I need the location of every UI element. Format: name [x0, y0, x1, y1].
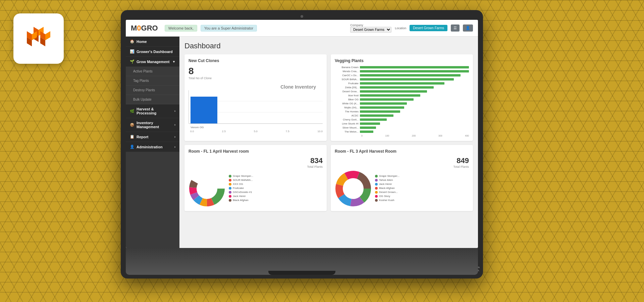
legend-label-3: Fruitcake: [233, 187, 244, 190]
hbar-label-10: Mojito (S4)...: [335, 106, 360, 109]
hbar-10: [360, 106, 404, 109]
sidebar-destroy-plants-label: Destroy Plants: [133, 88, 155, 92]
hbar-9: [360, 102, 407, 105]
sidebar-active-plants-label: Active Plants: [133, 69, 153, 73]
harvest-icon: 🌿: [130, 109, 135, 113]
room2-legend-label-1: Tahoe Alien: [379, 179, 393, 182]
chart-icon: 📊: [130, 49, 135, 54]
vegging-chart: Banana Cream Mendo Crea... CanOC x Do...: [335, 66, 469, 137]
sidebar-item-tag-plants[interactable]: Tag Plants: [126, 76, 179, 86]
clone-chart-wrapper: Clone Inventory: [189, 83, 323, 133]
sidebar-item-grow-management[interactable]: 🌱 Grow Management ▼: [126, 57, 179, 67]
room2-legend-label-4: Desert Grown...: [379, 191, 398, 194]
app-container: M0GRO Welcome back, You are a Super Admi…: [126, 20, 478, 248]
sidebar-item-destroy-plants[interactable]: Destroy Plants: [126, 86, 179, 95]
main-content: 🏠 Home 📊 Grower's Dashboard 🌱 Grow Manag…: [126, 37, 478, 248]
hbar-label-16: The Melon...: [335, 130, 360, 133]
x-axis-50: 5.0: [254, 130, 258, 133]
sidebar-item-active-plants[interactable]: Active Plants: [126, 67, 179, 76]
x-axis-0: 0.0: [190, 130, 194, 133]
hbar-label-9: White OG (K...: [335, 102, 360, 105]
room2-legend-item-4: Desert Grown...: [375, 191, 469, 194]
room2-legend-item-1: Tahoe Alien: [375, 179, 469, 182]
hbar-sour: SOUR BANA...: [335, 78, 469, 81]
x-axis: 0.0 2.5 5.0 7.5 10.0: [189, 130, 323, 133]
hbar-mojito: Mojito (S4)...: [335, 106, 469, 109]
sidebar-tag-plants-label: Tag Plants: [133, 79, 149, 83]
laptop-screen: M0GRO Welcome back, You are a Super Admi…: [126, 20, 478, 248]
hbar-label-12: ACDC: [335, 114, 360, 117]
sidebar-item-home[interactable]: 🏠 Home: [126, 37, 179, 47]
hbar-14: [360, 122, 380, 125]
legend-item-4: GSCxDosido #1: [229, 191, 323, 194]
hbar-0: [360, 66, 469, 68]
legend-dot-2: [229, 183, 231, 186]
clone-label: Total No of Clone: [189, 77, 323, 80]
hbar-label-7: blue frost: [335, 94, 360, 97]
clone-card-title: New Cut Clones: [189, 58, 323, 63]
location-button[interactable]: Desert Grown Farms: [410, 25, 447, 31]
clone-card: New Cut Clones 8 Total No of Clone Clone…: [184, 54, 327, 141]
company-dropdown[interactable]: Desert Grown Farms: [350, 27, 391, 33]
room2-card: Room - FL 3 April Harvest Room 849 Total…: [331, 145, 473, 211]
hbar-2: [360, 74, 461, 77]
hbar-label-2: CanOC x Do...: [335, 74, 360, 77]
sidebar-inventory-label: Inventory Management: [137, 121, 172, 129]
x-axis-100: 10.0: [317, 130, 323, 133]
legend-item-1: SOUR BANAN...: [229, 179, 323, 182]
home-icon: 🏠: [130, 39, 135, 44]
legend-item-6: Black Afghan: [229, 199, 323, 202]
sidebar-item-report[interactable]: 📋 Report ›: [126, 132, 179, 142]
hbar-7: [360, 94, 420, 97]
legend-label-0: Grape Stomper...: [233, 174, 253, 178]
sidebar-item-growers-dashboard[interactable]: 📊 Grower's Dashboard: [126, 47, 179, 57]
sidebar-item-bulk-update[interactable]: Bulk Update: [126, 95, 179, 104]
legend-item-3: Fruitcake: [229, 187, 323, 190]
hbar-x-100: 100: [385, 135, 389, 137]
bar-area: Venom OG: [189, 83, 323, 130]
sidebar-item-growers-label: Grower's Dashboard: [137, 50, 173, 54]
x-axis-75: 7.5: [286, 130, 289, 133]
room2-legend-dot-0: [375, 175, 378, 178]
legend-label-6: Black Afghan: [233, 199, 249, 202]
chevron-right-icon-report: ›: [174, 135, 175, 139]
sidebar-item-home-label: Home: [137, 40, 147, 44]
hbar-melon: The Melon...: [335, 130, 469, 133]
chevron-right-icon-harvest: ›: [174, 109, 175, 113]
sidebar-item-harvest[interactable]: 🌿 Harvest & Processing ›: [126, 104, 179, 118]
user-icon-button[interactable]: 👤: [463, 24, 473, 32]
room2-legend-label-0: Grape Stomper...: [379, 174, 399, 178]
svg-point-16: [197, 179, 217, 199]
menu-icon-button[interactable]: ☰: [451, 24, 460, 32]
legend-label-4: GSCxDosido #1: [233, 191, 252, 194]
sidebar-item-administration[interactable]: 👤 Administration ›: [126, 142, 179, 152]
hbar-3: [360, 78, 454, 81]
hbar-homies: The Homies: [335, 110, 469, 113]
hbar-label-1: Mendo Crea...: [335, 70, 360, 73]
sidebar-item-inventory[interactable]: 📦 Inventory Management ›: [126, 118, 179, 132]
hbar-16: [360, 131, 373, 133]
room2-legend-item-5: OG Story: [375, 195, 469, 198]
hbar-15: [360, 127, 376, 129]
room2-chart-area: Grape Stomper... Tahoe Alien Jack Herer: [335, 170, 469, 207]
hbar-label-13: Cherry Goril...: [335, 118, 360, 121]
hbar-acdc: ACDC: [335, 114, 469, 117]
welcome-message: Welcome back,: [165, 25, 197, 32]
hbar-x-axis: 0 100 200 300 400: [335, 135, 469, 137]
room2-total: 849: [335, 156, 469, 165]
room2-legend-dot-5: [375, 195, 378, 198]
legend-label-1: SOUR BANAN...: [233, 179, 253, 182]
room2-legend-item-3: Black Afghan: [375, 187, 469, 190]
legend-item-5: Jack Herer: [229, 195, 323, 198]
room2-legend-item-2: Jack Herer: [375, 183, 469, 186]
chevron-down-icon: ▼: [172, 60, 175, 63]
hbar-white: White OG (K...: [335, 102, 469, 105]
room2-legend-label-2: Jack Herer: [379, 183, 392, 186]
hbar-lime: Lime Skunk #4: [335, 122, 469, 125]
legend-item-2: XXX OG: [229, 183, 323, 186]
location-selector: Location: [395, 27, 406, 30]
hbar-label-15: Silver Mount...: [335, 126, 360, 129]
legend-dot-4: [229, 191, 231, 194]
company-selector[interactable]: Company Desert Grown Farms: [350, 23, 391, 33]
legend-dot-6: [229, 199, 231, 202]
